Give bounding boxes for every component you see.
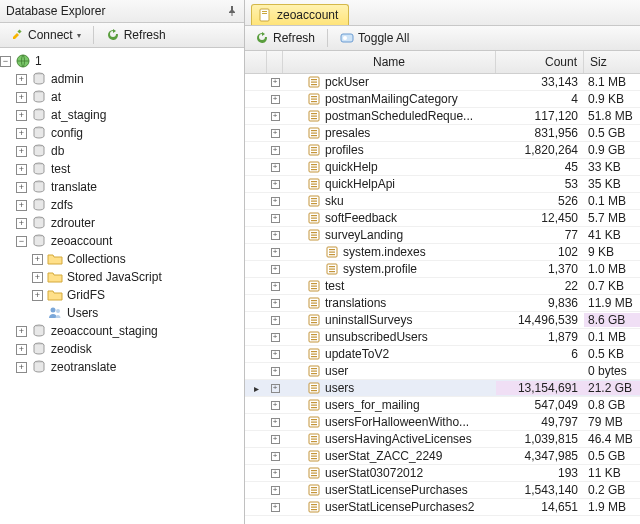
row-expander[interactable]: + [267,265,283,274]
table-row[interactable]: +userStatLicensePurchases214,6511.9 MB [245,499,640,516]
row-expander[interactable]: + [267,214,283,223]
expander-icon[interactable]: + [16,164,27,175]
table-row[interactable]: +system.indexes1029 KB [245,244,640,261]
table-row[interactable]: +unsubscribedUsers1,8790.1 MB [245,329,640,346]
toggle-all-button[interactable]: Toggle All [334,29,415,47]
row-expander[interactable]: + [267,452,283,461]
row-expander[interactable]: + [267,112,283,121]
row-expander[interactable]: + [267,163,283,172]
row-expander[interactable]: + [267,248,283,257]
table-row[interactable]: +uninstallSurveys14,496,5398.6 GB [245,312,640,329]
row-expander[interactable]: + [267,503,283,512]
row-expander[interactable]: + [267,469,283,478]
tree-node[interactable]: +Stored JavaScript [0,268,244,286]
table-row[interactable]: +surveyLanding7741 KB [245,227,640,244]
expander-icon[interactable]: + [16,218,27,229]
grid-body[interactable]: +pckUser33,1438.1 MB+postmanMailingCateg… [245,74,640,524]
table-row[interactable]: +test220.7 KB [245,278,640,295]
tree-node[interactable]: +test [0,160,244,178]
row-expander[interactable]: + [267,435,283,444]
expander-icon[interactable]: + [16,200,27,211]
table-row[interactable]: +users_for_mailing547,0490.8 GB [245,397,640,414]
row-expander[interactable]: + [267,231,283,240]
tree-node[interactable]: +admin [0,70,244,88]
expander-icon[interactable]: + [16,344,27,355]
row-expander[interactable]: + [267,146,283,155]
table-row[interactable]: +translations9,83611.9 MB [245,295,640,312]
row-expander[interactable]: + [267,486,283,495]
tree-node[interactable]: +zeoaccount_staging [0,322,244,340]
row-expander[interactable]: + [267,350,283,359]
table-row[interactable]: +quickHelpApi5335 KB [245,176,640,193]
expander-icon[interactable]: + [16,92,27,103]
table-row[interactable]: +quickHelp4533 KB [245,159,640,176]
tree-node[interactable]: +db [0,142,244,160]
row-expander[interactable]: + [267,299,283,308]
refresh-button[interactable]: Refresh [100,26,172,44]
pin-icon[interactable] [226,5,238,17]
tree-node[interactable]: +Collections [0,250,244,268]
row-expander[interactable]: + [267,418,283,427]
tree-node[interactable]: +zeotranslate [0,358,244,376]
expander-icon[interactable]: + [32,272,43,283]
connect-button[interactable]: Connect ▾ [4,26,87,44]
row-expander[interactable]: + [267,333,283,342]
table-row[interactable]: +postmanMailingCategory40.9 KB [245,91,640,108]
tree-node[interactable]: +zdfs [0,196,244,214]
row-expander[interactable]: + [267,316,283,325]
expander-icon[interactable]: + [16,110,27,121]
row-expander[interactable]: + [267,197,283,206]
tree-node[interactable]: +zeodisk [0,340,244,358]
expander-icon[interactable]: + [16,362,27,373]
tree-node[interactable]: +at [0,88,244,106]
row-expander[interactable]: + [267,95,283,104]
tab-zeoaccount[interactable]: zeoaccount [251,4,349,25]
tree-node[interactable]: Users [0,304,244,322]
table-row[interactable]: +user0 bytes [245,363,640,380]
col-name-header[interactable]: Name [283,51,496,73]
tree-node[interactable]: +translate [0,178,244,196]
col-size-header[interactable]: Siz [584,51,640,73]
expander-icon[interactable]: + [16,128,27,139]
tree-node[interactable]: +config [0,124,244,142]
tree-node[interactable]: +zdrouter [0,214,244,232]
col-expand[interactable] [267,51,283,73]
expander-icon[interactable]: + [16,182,27,193]
table-row[interactable]: +profiles1,820,2640.9 GB [245,142,640,159]
expander-icon[interactable]: + [16,74,27,85]
table-row[interactable]: +system.profile1,3701.0 MB [245,261,640,278]
database-tree[interactable]: −1+admin+at+at_staging+config+db+test+tr… [0,48,244,524]
table-row[interactable]: +userStat0307201219311 KB [245,465,640,482]
expander-icon[interactable]: + [32,290,43,301]
table-row[interactable]: +updateToV260.5 KB [245,346,640,363]
row-expander[interactable]: + [267,129,283,138]
row-expander[interactable]: + [267,384,283,393]
table-row[interactable]: +usersForHalloweenWitho...49,79779 MB [245,414,640,431]
row-expander[interactable]: + [267,282,283,291]
expander-icon[interactable]: + [16,146,27,157]
tree-node[interactable]: +GridFS [0,286,244,304]
row-expander[interactable]: + [267,401,283,410]
table-row[interactable]: ▸+users13,154,69121.2 GB [245,380,640,397]
tree-node[interactable]: −1 [0,52,244,70]
table-row[interactable]: +softFeedback12,4505.7 MB [245,210,640,227]
table-row[interactable]: +sku5260.1 MB [245,193,640,210]
tree-node[interactable]: +at_staging [0,106,244,124]
table-row[interactable]: +postmanScheduledReque...117,12051.8 MB [245,108,640,125]
table-row[interactable]: +userStatLicensePurchases1,543,1400.2 GB [245,482,640,499]
expander-icon[interactable]: + [32,254,43,265]
expander-icon[interactable]: + [16,326,27,337]
expander-icon[interactable]: − [16,236,27,247]
row-expander[interactable]: + [267,367,283,376]
tree-node[interactable]: −zeoaccount [0,232,244,250]
expander-icon[interactable]: − [0,56,11,67]
table-row[interactable]: +presales831,9560.5 GB [245,125,640,142]
col-count-header[interactable]: Count [496,51,584,73]
row-expander[interactable]: + [267,180,283,189]
table-row[interactable]: +userStat_ZACC_22494,347,9850.5 GB [245,448,640,465]
table-row[interactable]: +pckUser33,1438.1 MB [245,74,640,91]
row-expander[interactable]: + [267,78,283,87]
refresh-button-right[interactable]: Refresh [249,29,321,47]
col-marker[interactable] [245,51,267,73]
table-row[interactable]: +usersHavingActiveLicenses1,039,81546.4 … [245,431,640,448]
